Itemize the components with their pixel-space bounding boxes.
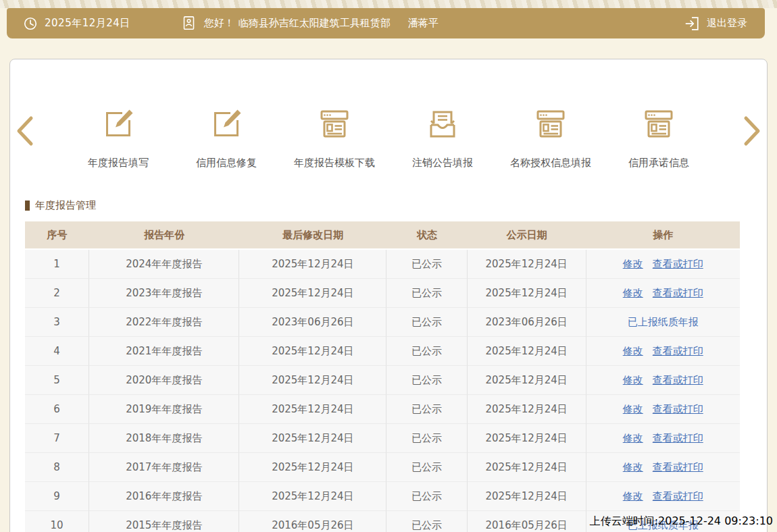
logout-label: 退出登录 (707, 17, 747, 30)
view-print-link[interactable]: 查看或打印 (653, 403, 703, 415)
view-print-link[interactable]: 查看或打印 (653, 374, 703, 386)
column-header-6: 操作 (586, 221, 741, 250)
view-print-link[interactable]: 查看或打印 (653, 345, 703, 357)
cell-actions: 修改查看或打印 (586, 395, 741, 424)
section-title: 年度报告管理 (25, 199, 767, 212)
cell-serial: 9 (25, 482, 89, 511)
cell-publish-date: 2025年12月24日 (468, 424, 586, 453)
cell-report-year: 2021年年度报告 (89, 337, 239, 366)
cell-publish-date: 2025年12月24日 (468, 337, 586, 366)
cell-modified-date: 2025年12月24日 (239, 337, 386, 366)
cell-publish-date: 2016年05月26日 (468, 511, 586, 532)
cell-actions: 已上报纸质年报 (586, 308, 741, 337)
cell-serial: 8 (25, 453, 89, 482)
view-print-link[interactable]: 查看或打印 (653, 490, 703, 502)
view-print-link[interactable]: 查看或打印 (653, 432, 703, 444)
cell-publish-date: 2025年12月24日 (468, 482, 586, 511)
cell-report-year: 2022年年度报告 (89, 308, 239, 337)
menu-item-5[interactable]: 名称授权信息填报 (497, 107, 605, 169)
cell-serial: 7 (25, 424, 89, 453)
table-row: 92016年年度报告2025年12月24日已公示2025年12月24日修改查看或… (25, 482, 740, 511)
modify-link[interactable]: 修改 (623, 403, 643, 415)
menu-item-label: 信用信息修复 (196, 157, 257, 169)
cell-serial: 4 (25, 337, 89, 366)
modify-link[interactable]: 修改 (623, 490, 643, 502)
menu-item-6[interactable]: 信用承诺信息 (605, 107, 713, 169)
menu-item-label: 名称授权信息填报 (510, 157, 591, 169)
cell-actions: 修改查看或打印 (586, 482, 741, 511)
section-title-bullet (25, 201, 30, 211)
menu-item-4[interactable]: 注销公告填报 (388, 107, 497, 169)
modify-link[interactable]: 修改 (623, 287, 643, 299)
cell-serial: 3 (25, 308, 89, 337)
table-row: 72018年年度报告2025年12月24日已公示2025年12月24日修改查看或… (25, 424, 740, 453)
cell-actions: 修改查看或打印 (586, 453, 741, 482)
paper-report-submitted-text: 已上报纸质年报 (628, 316, 699, 328)
cell-status: 已公示 (386, 366, 468, 395)
cell-modified-date: 2025年12月24日 (239, 424, 386, 453)
table-row: 32022年年度报告2023年06月26日已公示2023年06月26日已上报纸质… (25, 308, 740, 337)
browser-icon (533, 107, 568, 142)
logout-button[interactable]: 退出登录 (684, 16, 747, 32)
cell-actions: 修改查看或打印 (586, 250, 741, 279)
annual-report-table: 序号报告年份最后修改日期状态公示日期操作 12024年年度报告2025年12月2… (25, 221, 740, 532)
table-row: 82017年年度报告2025年12月24日已公示2025年12月24日修改查看或… (25, 453, 740, 482)
column-header-5: 公示日期 (468, 221, 586, 250)
cell-publish-date: 2025年12月24日 (468, 279, 586, 308)
upload-time-watermark: 上传云端时间:2025-12-24 09:23:10 (590, 514, 773, 529)
view-print-link[interactable]: 查看或打印 (653, 461, 703, 473)
greeting-text: 您好！ (204, 17, 234, 30)
menu-item-3[interactable]: 年度报告模板下载 (280, 107, 388, 169)
page-top-texture (0, 0, 777, 8)
cell-status: 已公示 (386, 453, 468, 482)
table-row: 22023年年度报告2025年12月24日已公示2025年12月24日修改查看或… (25, 279, 740, 308)
cell-publish-date: 2025年12月24日 (468, 366, 586, 395)
cell-serial: 10 (25, 511, 89, 532)
menu-item-label: 年度报告模板下载 (294, 157, 375, 169)
column-header-3: 最后修改日期 (239, 221, 386, 250)
cell-actions: 修改查看或打印 (586, 337, 741, 366)
cell-modified-date: 2023年06月26日 (239, 308, 386, 337)
carousel-next-button[interactable] (737, 115, 767, 169)
cell-modified-date: 2025年12月24日 (239, 366, 386, 395)
cell-serial: 1 (25, 250, 89, 279)
cell-status: 已公示 (386, 250, 468, 279)
cell-status: 已公示 (386, 337, 468, 366)
column-header-2: 报告年份 (89, 221, 239, 250)
menu-item-1[interactable]: 年度报告填写 (64, 107, 172, 169)
cell-status: 已公示 (386, 308, 468, 337)
cell-publish-date: 2025年12月24日 (468, 250, 586, 279)
modify-link[interactable]: 修改 (623, 461, 643, 473)
view-print-link[interactable]: 查看或打印 (653, 287, 703, 299)
modify-link[interactable]: 修改 (623, 258, 643, 270)
section-title-text: 年度报告管理 (35, 199, 96, 212)
menu-item-label: 信用承诺信息 (628, 157, 689, 169)
edit-icon (209, 107, 244, 142)
modify-link[interactable]: 修改 (623, 345, 643, 357)
cell-report-year: 2015年年度报告 (89, 511, 239, 532)
menu-item-label: 注销公告填报 (412, 157, 473, 169)
clock-icon (23, 16, 38, 31)
table-row: 62019年年度报告2025年12月24日已公示2025年12月24日修改查看或… (25, 395, 740, 424)
cell-status: 已公示 (386, 511, 468, 532)
table-row: 42021年年度报告2025年12月24日已公示2025年12月24日修改查看或… (25, 337, 740, 366)
cell-serial: 5 (25, 366, 89, 395)
modify-link[interactable]: 修改 (623, 374, 643, 386)
cell-modified-date: 2016年05月26日 (239, 511, 386, 532)
current-date: 2025年12月24日 (45, 17, 130, 30)
cell-report-year: 2023年年度报告 (89, 279, 239, 308)
cell-modified-date: 2025年12月24日 (239, 395, 386, 424)
user-badge-icon (182, 16, 196, 31)
menu-item-2[interactable]: 信用信息修复 (172, 107, 280, 169)
feature-menu-items: 年度报告填写信用信息修复年度报告模板下载注销公告填报名称授权信息填报信用承诺信息 (40, 107, 737, 169)
column-header-1: 序号 (25, 221, 89, 250)
modify-link[interactable]: 修改 (623, 432, 643, 444)
cell-status: 已公示 (386, 395, 468, 424)
menu-item-label: 年度报告填写 (88, 157, 149, 169)
cell-modified-date: 2025年12月24日 (239, 453, 386, 482)
carousel-prev-button[interactable] (10, 115, 40, 169)
cell-report-year: 2019年年度报告 (89, 395, 239, 424)
view-print-link[interactable]: 查看或打印 (653, 258, 703, 270)
cell-modified-date: 2025年12月24日 (239, 482, 386, 511)
cell-actions: 修改查看或打印 (586, 366, 741, 395)
